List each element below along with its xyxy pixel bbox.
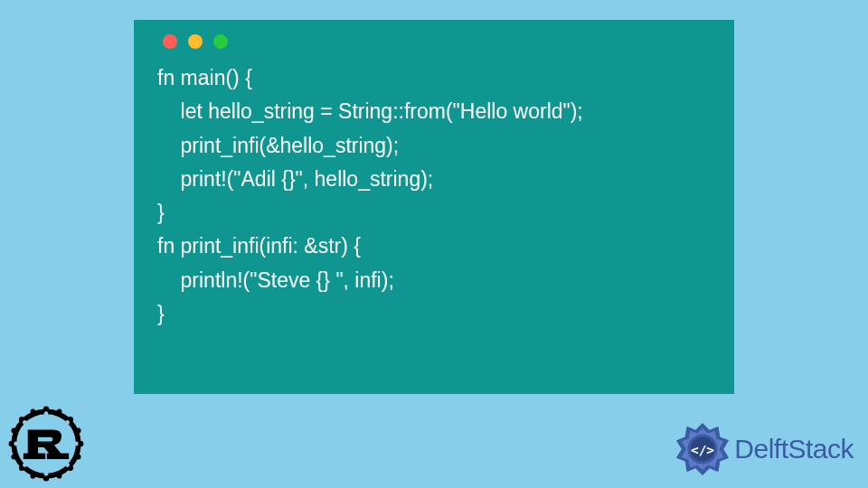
svg-point-4 <box>78 441 83 446</box>
svg-point-10 <box>57 408 62 414</box>
delftstack-icon: </> <box>675 421 731 477</box>
svg-rect-25 <box>24 454 45 459</box>
close-icon <box>163 34 177 49</box>
window-controls <box>163 34 711 49</box>
svg-point-19 <box>44 411 49 416</box>
svg-point-21 <box>23 420 27 425</box>
svg-point-18 <box>74 442 79 446</box>
code-snippet: fn main() { let hello_string = String::f… <box>157 61 711 331</box>
svg-point-14 <box>11 455 16 460</box>
code-window: fn main() { let hello_string = String::f… <box>134 20 734 394</box>
svg-point-15 <box>76 428 81 434</box>
svg-point-23 <box>23 463 27 467</box>
svg-point-22 <box>65 420 70 425</box>
rust-icon <box>7 405 85 483</box>
maximize-icon <box>213 34 228 49</box>
svg-point-17 <box>14 442 18 446</box>
delftstack-logo: </> DelftStack <box>675 421 854 477</box>
svg-point-2 <box>43 475 49 481</box>
svg-point-24 <box>65 463 70 467</box>
svg-point-12 <box>57 474 62 479</box>
minimize-icon <box>188 34 203 49</box>
svg-point-20 <box>44 472 49 476</box>
svg-rect-26 <box>47 454 69 459</box>
svg-point-9 <box>31 408 36 414</box>
svg-point-16 <box>76 455 81 460</box>
svg-point-11 <box>31 474 36 479</box>
svg-point-1 <box>43 407 49 412</box>
svg-point-3 <box>9 441 14 446</box>
svg-text:</>: </> <box>691 443 714 457</box>
delftstack-brand-text: DelftStack <box>734 434 854 465</box>
svg-point-13 <box>11 428 16 434</box>
